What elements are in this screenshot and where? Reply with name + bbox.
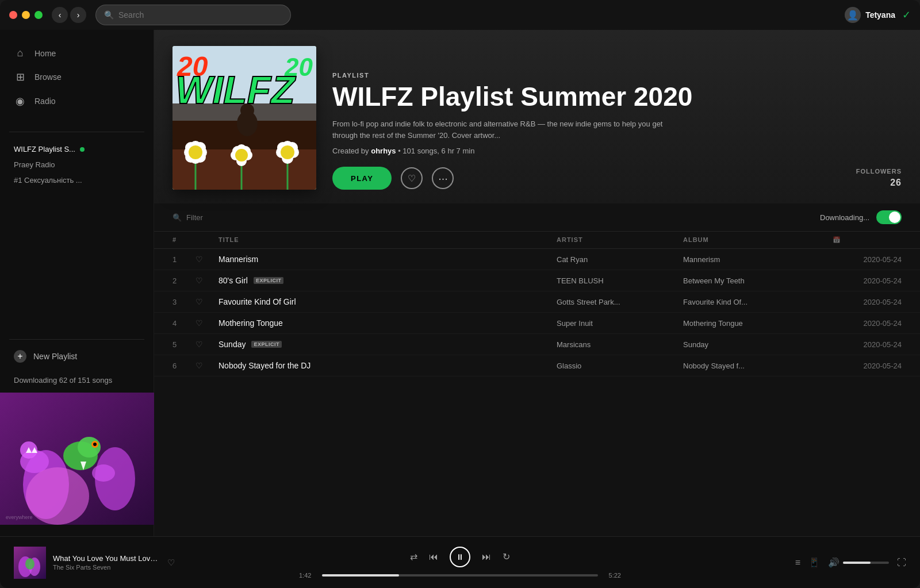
queue-button[interactable]: ≡ [795, 558, 800, 568]
sidebar-item-browse[interactable]: ⊞ Browse [9, 65, 144, 89]
now-playing-art [14, 547, 46, 579]
svg-point-13 [92, 464, 115, 482]
table-row[interactable]: 4 ♡ Mothering Tongue Super Inuit Motheri… [154, 313, 920, 334]
svg-point-35 [189, 145, 202, 159]
song-heart-icon[interactable]: ♡ [195, 318, 218, 328]
explicit-badge: EXPLICIT [251, 341, 282, 348]
sidebar-radio-label: Radio [34, 97, 56, 106]
table-row[interactable]: 3 ♡ Favourite Kind Of Girl Gotts Street … [154, 291, 920, 313]
song-heart-icon[interactable]: ♡ [195, 255, 218, 264]
shuffle-button[interactable]: ⇄ [410, 551, 417, 562]
song-title-cell: Sunday EXPLICIT [218, 340, 557, 349]
followers-count: FOLLOWERS 26 [856, 167, 902, 189]
play-button[interactable]: PLAY [332, 167, 392, 190]
songs-toolbar: 🔍 Filter Downloading... [154, 203, 920, 232]
progress-track[interactable] [322, 574, 598, 577]
song-title: Mothering Tongue [218, 318, 283, 328]
col-album: ALBUM [683, 236, 833, 244]
table-row[interactable]: 5 ♡ Sunday EXPLICIT Marsicans Sunday 202… [154, 334, 920, 355]
svg-point-10 [93, 443, 97, 446]
song-artist: Glassio [557, 362, 683, 370]
table-row[interactable]: 2 ♡ 80's Girl EXPLICIT TEEN BLUSH Betwee… [154, 270, 920, 291]
playlist-duration: 6 hr 7 min [442, 147, 475, 155]
playlist-creator: ohrhys [371, 147, 396, 155]
sidebar-nav: ⌂ Home ⊞ Browse ◉ Radio [0, 41, 154, 113]
search-bar[interactable]: 🔍 [95, 5, 291, 25]
sidebar: ⌂ Home ⊞ Browse ◉ Radio WILFZ Playlist S… [0, 30, 154, 536]
sidebar-playlist-sexy-label: #1 Сексуальність ... [14, 176, 82, 185]
song-title-cell: Nobody Stayed for the DJ [218, 361, 557, 370]
song-title-cell: Mannerism [218, 255, 557, 264]
svg-point-56 [25, 558, 34, 570]
sidebar-playlist-wilfz[interactable]: WILFZ Playlist S... [9, 141, 144, 157]
next-button[interactable]: ⏭ [482, 552, 491, 562]
song-title: Sunday [218, 340, 246, 349]
song-title-cell: Mothering Tongue [218, 318, 557, 328]
time-total: 5:22 [604, 572, 621, 579]
song-date: 2020-05-24 [833, 255, 902, 264]
progress-bar[interactable]: 1:42 5:22 [299, 572, 621, 579]
table-row[interactable]: 1 ♡ Mannerism Cat Ryan Mannerism 2020-05… [154, 249, 920, 270]
maximize-button[interactable] [34, 11, 43, 19]
download-toggle[interactable] [876, 210, 902, 224]
previous-button[interactable]: ⏮ [429, 552, 438, 562]
song-artist: Cat Ryan [557, 255, 683, 264]
song-title: Favourite Kind Of Girl [218, 297, 296, 306]
playlist-actions: PLAY ♡ ··· FOLLOWERS 26 [332, 167, 902, 190]
user-profile[interactable]: 👤 Tetyana [845, 7, 895, 23]
cover-art-svg: 20 WILFZ 20 [172, 46, 316, 190]
song-number: 1 [172, 255, 195, 264]
song-number: 6 [172, 362, 195, 370]
download-status: Downloading 62 of 151 songs [0, 368, 154, 393]
back-button[interactable]: ‹ [52, 7, 68, 23]
progress-fill [322, 574, 399, 577]
fullscreen-button[interactable]: ⛶ [897, 558, 906, 568]
playlist-meta: Created by ohrhys • 101 songs, 6 hr 7 mi… [332, 147, 902, 155]
sidebar-item-radio[interactable]: ◉ Radio [9, 89, 144, 113]
pause-button[interactable]: ⏸ [450, 547, 470, 567]
filter-input[interactable]: 🔍 Filter [172, 213, 203, 222]
song-heart-icon[interactable]: ♡ [195, 340, 218, 349]
svg-point-14 [26, 467, 89, 525]
song-number: 3 [172, 298, 195, 306]
close-button[interactable] [9, 11, 17, 19]
like-button[interactable]: ♡ [401, 167, 423, 189]
now-playing-heart-icon[interactable]: ♡ [167, 558, 175, 568]
volume-icon[interactable]: 🔊 [828, 557, 839, 568]
radio-icon: ◉ [14, 95, 26, 107]
song-title-cell: 80's Girl EXPLICIT [218, 276, 557, 285]
table-row[interactable]: 6 ♡ Nobody Stayed for the DJ Glassio Nob… [154, 355, 920, 376]
playlist-title: WILFZ Playlist Summer 2020 [332, 82, 902, 112]
more-options-button[interactable]: ··· [432, 167, 454, 189]
song-heart-icon[interactable]: ♡ [195, 276, 218, 285]
new-playlist-label: New Playlist [33, 352, 77, 361]
cover-art-bg: 20 WILFZ 20 [172, 46, 316, 190]
sidebar-playlist-praey[interactable]: Praey Radio [9, 157, 144, 172]
song-title: Nobody Stayed for the DJ [218, 361, 310, 370]
svg-point-51 [281, 145, 294, 159]
sidebar-album-bg: everywhere [0, 393, 154, 525]
forward-button[interactable]: › [70, 7, 86, 23]
song-number: 2 [172, 276, 195, 285]
now-playing: What You Love You Must Love Now The Six … [14, 547, 175, 579]
repeat-button[interactable]: ↻ [503, 551, 510, 562]
followers-number: 26 [856, 176, 902, 189]
sidebar-playlist-sexy[interactable]: #1 Сексуальність ... [9, 172, 144, 188]
sidebar-item-home[interactable]: ⌂ Home [9, 41, 144, 65]
search-icon: 🔍 [104, 10, 114, 20]
song-title: 80's Girl [218, 276, 248, 285]
playlist-song-count: 101 songs [402, 147, 437, 155]
song-heart-icon[interactable]: ♡ [195, 361, 218, 370]
volume-track[interactable] [843, 562, 889, 564]
now-playing-title: What You Love You Must Love Now [53, 554, 160, 563]
col-num: # [172, 236, 195, 244]
songs-area[interactable]: 🔍 Filter Downloading... # TITLE ARTIST A… [154, 203, 920, 536]
now-playing-thumbnail [14, 547, 46, 579]
minimize-button[interactable] [22, 11, 30, 19]
song-heart-icon[interactable]: ♡ [195, 297, 218, 306]
new-playlist-button[interactable]: + New Playlist [0, 344, 154, 368]
devices-button[interactable]: 📱 [808, 557, 820, 568]
col-heart [195, 236, 218, 244]
volume-fill [843, 562, 871, 564]
search-input[interactable] [118, 10, 282, 20]
